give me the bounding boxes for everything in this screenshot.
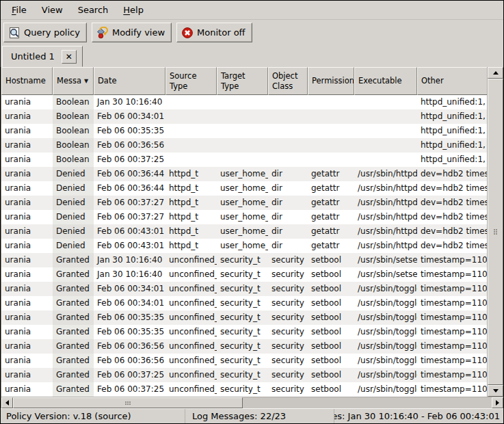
table-row[interactable]: uraniaGrantedFeb 06 00:35:35unconfined_s…	[1, 310, 488, 325]
table-cell: setbool	[308, 267, 354, 282]
vertical-scrollbar[interactable]	[487, 67, 503, 397]
table-row[interactable]: uraniaGrantedFeb 06 00:34:01unconfined_s…	[1, 282, 488, 296]
table-cell	[165, 153, 217, 167]
table-cell: Feb 06 00:37:25	[94, 368, 165, 382]
table-cell: /usr/sbin/setseb	[354, 267, 417, 282]
table-row[interactable]: uraniaBooleanFeb 06 00:37:25httpd_unifie…	[1, 153, 488, 167]
table-cell: Denied	[53, 239, 94, 253]
menu-help[interactable]: Help	[116, 2, 150, 18]
table-cell: setbool	[308, 354, 354, 368]
table-cell: Denied	[53, 196, 94, 210]
table-cell: timestamp=11076	[417, 296, 488, 310]
table-cell: unconfined_	[165, 325, 217, 339]
table-row[interactable]: uraniaGrantedJan 30 10:16:40unconfined_s…	[1, 253, 488, 267]
table-row[interactable]: uraniaDeniedFeb 06 00:43:01httpd_tuser_h…	[1, 224, 488, 239]
table-cell: unconfined_	[165, 310, 217, 325]
table-cell: security_t	[217, 354, 268, 368]
table-cell: Feb 06 00:36:56	[94, 354, 165, 368]
column-header-other[interactable]: Other	[417, 67, 488, 95]
table-cell: security_t	[217, 267, 268, 282]
horizontal-scroll-thumb[interactable]	[13, 397, 243, 408]
app-window: FileViewSearchHelp Query policy	[0, 0, 504, 424]
table-cell: timestamp=11076	[417, 325, 488, 339]
menu-search[interactable]: Search	[71, 2, 116, 18]
table-cell: Feb 06 00:37:25	[94, 382, 165, 397]
monitor-off-button[interactable]: Monitor off	[176, 23, 252, 42]
menu-file[interactable]: File	[5, 2, 34, 18]
table-cell: Boolean	[53, 124, 94, 138]
table-cell: Jan 30 10:16:40	[94, 95, 165, 109]
table-cell: dev=hdb2 timesta	[417, 196, 488, 210]
column-header-target-type[interactable]: Target Type	[217, 67, 268, 95]
table-cell: Granted	[53, 354, 94, 368]
table-cell: setbool	[308, 339, 354, 354]
table-row[interactable]: uraniaGrantedFeb 06 00:37:25unconfined_s…	[1, 368, 488, 382]
table-row[interactable]: uraniaGrantedJan 30 10:16:40unconfined_s…	[1, 267, 488, 282]
table-cell	[354, 109, 417, 124]
table-cell: user_home_	[217, 210, 268, 224]
table-cell: httpd_unified:1, h	[417, 95, 488, 109]
scroll-right-button[interactable]	[492, 397, 503, 408]
table-cell: urania	[1, 124, 53, 138]
table-cell: Feb 06 00:34:01	[94, 296, 165, 310]
horizontal-scrollbar[interactable]	[1, 397, 503, 408]
query-policy-button[interactable]: Query policy	[3, 23, 87, 42]
table-cell: Granted	[53, 339, 94, 354]
table-cell: unconfined_	[165, 368, 217, 382]
table-row[interactable]: uraniaGrantedFeb 06 00:37:25unconfined_s…	[1, 382, 488, 397]
table-row[interactable]: uraniaDeniedFeb 06 00:43:01httpd_tuser_h…	[1, 239, 488, 253]
table-cell: Boolean	[53, 95, 94, 109]
table-row[interactable]: uraniaDeniedFeb 06 00:37:27httpd_tuser_h…	[1, 196, 488, 210]
table-cell: urania	[1, 153, 53, 167]
table-cell	[308, 109, 354, 124]
modify-view-button[interactable]: Modify view	[92, 23, 172, 42]
vertical-scroll-thumb[interactable]	[488, 79, 503, 385]
table-row[interactable]: uraniaDeniedFeb 06 00:36:44httpd_tuser_h…	[1, 181, 488, 196]
table-row[interactable]: uraniaGrantedFeb 06 00:36:56unconfined_s…	[1, 339, 488, 354]
table-row[interactable]: uraniaDeniedFeb 06 00:36:44httpd_tuser_h…	[1, 167, 488, 181]
table-row[interactable]: uraniaGrantedFeb 06 00:35:35unconfined_s…	[1, 325, 488, 339]
column-header-permission[interactable]: Permission	[308, 67, 354, 95]
menu-view[interactable]: View	[35, 2, 70, 18]
column-header-object-class[interactable]: Object Class	[268, 67, 308, 95]
column-header-label: Other	[421, 76, 444, 85]
table-row[interactable]: uraniaDeniedFeb 06 00:37:27httpd_tuser_h…	[1, 210, 488, 224]
statusbar: Policy Version: v.18 (source) Log Messag…	[1, 408, 503, 423]
column-header-hostname[interactable]: Hostname	[1, 67, 53, 95]
table-cell: urania	[1, 354, 53, 368]
column-header-date[interactable]: Date	[94, 67, 165, 95]
table-cell	[217, 153, 268, 167]
column-header-messa[interactable]: Messa▼	[53, 67, 94, 95]
column-header-source-type[interactable]: Source Type	[165, 67, 217, 95]
table-row[interactable]: uraniaBooleanFeb 06 00:34:01httpd_unifie…	[1, 109, 488, 124]
table-cell: urania	[1, 253, 53, 267]
scroll-up-button[interactable]	[488, 67, 503, 79]
table-row[interactable]: uraniaBooleanJan 30 10:16:40httpd_unifie…	[1, 95, 488, 109]
table-cell	[165, 109, 217, 124]
log-messages-label: Log Messages: 22/23	[192, 411, 286, 421]
table-cell: Jan 30 10:16:40	[94, 253, 165, 267]
table-row[interactable]: uraniaGrantedFeb 06 00:34:01unconfined_s…	[1, 296, 488, 310]
table-cell: urania	[1, 224, 53, 239]
table-cell	[354, 138, 417, 153]
table-cell: Feb 06 00:35:35	[94, 310, 165, 325]
tab-close-button[interactable]: ✕	[62, 50, 77, 64]
horizontal-scroll-track[interactable]	[13, 397, 492, 408]
table-cell: Feb 06 00:43:01	[94, 239, 165, 253]
scroll-down-button[interactable]	[488, 385, 503, 397]
table-cell: urania	[1, 267, 53, 282]
table-cell: /usr/sbin/setseb	[354, 253, 417, 267]
table-cell: Feb 06 00:35:35	[94, 124, 165, 138]
table-cell: urania	[1, 339, 53, 354]
table-row[interactable]: uraniaBooleanFeb 06 00:36:56httpd_unifie…	[1, 138, 488, 153]
scroll-left-button[interactable]	[1, 397, 13, 408]
table-cell: getattr	[308, 210, 354, 224]
column-header-executable[interactable]: Executable	[354, 67, 417, 95]
tab-untitled-1[interactable]: Untitled 1 ✕	[2, 46, 83, 67]
table-cell: /usr/sbin/toggle	[354, 310, 417, 325]
table-cell: dir	[268, 239, 308, 253]
table-cell: Feb 06 00:37:27	[94, 210, 165, 224]
table-cell: user_home_	[217, 167, 268, 181]
table-row[interactable]: uraniaBooleanFeb 06 00:35:35httpd_unifie…	[1, 124, 488, 138]
table-row[interactable]: uraniaGrantedFeb 06 00:36:56unconfined_s…	[1, 354, 488, 368]
